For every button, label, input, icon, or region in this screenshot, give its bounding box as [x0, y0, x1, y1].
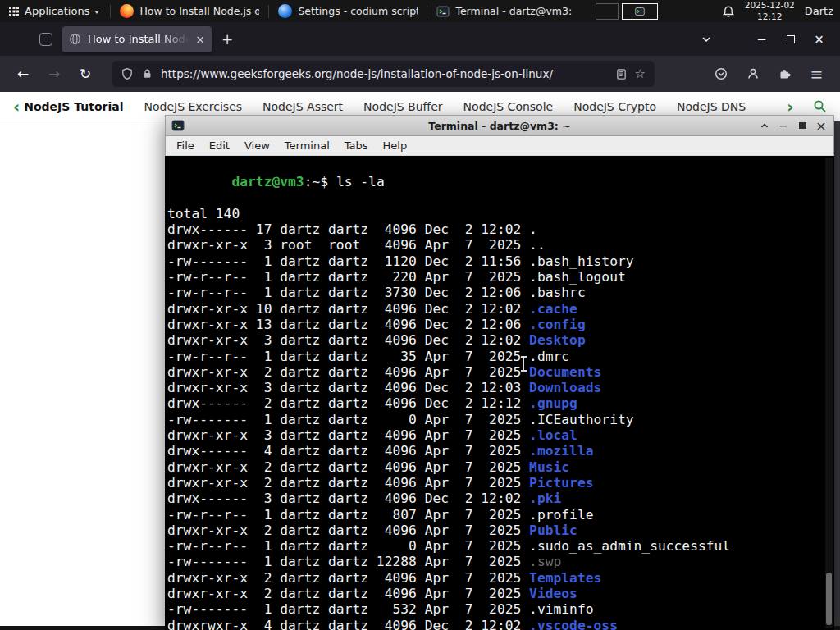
menu-view[interactable]: View	[237, 139, 277, 152]
maximize-window-button[interactable]	[794, 117, 810, 134]
chevron-right-icon[interactable]: ›	[787, 98, 793, 115]
back-button[interactable]: ←	[10, 61, 36, 87]
nav-link-crypto[interactable]: NodeJS Crypto	[573, 100, 656, 113]
terminal-output-line: drwx------ 4 dartz dartz 4096 Apr 7 2025…	[167, 443, 823, 459]
forward-button[interactable]: →	[41, 61, 67, 87]
close-window-button[interactable]: ×	[813, 117, 829, 134]
terminal-output-line: -rw-r--r-- 1 dartz dartz 35 Apr 7 2025 .…	[167, 349, 823, 364]
lock-icon[interactable]	[141, 68, 153, 80]
list-all-tabs-chevron-icon[interactable]	[695, 28, 718, 51]
menu-file[interactable]: File	[169, 139, 202, 152]
terminal-output-line: -rw------- 1 dartz dartz 12288 Apr 7 202…	[167, 554, 823, 569]
terminal-icon	[436, 5, 450, 18]
browser-tab-bar: How to Install Node.js on × + − ×	[0, 22, 840, 56]
terminal-window-icon	[171, 119, 185, 132]
settings-icon	[278, 4, 292, 18]
account-icon[interactable]	[739, 61, 766, 88]
firefox-view-icon[interactable]	[39, 33, 52, 46]
search-icon[interactable]	[813, 99, 827, 113]
prompt-user-host: dartz@vm3	[231, 174, 304, 189]
browser-tab[interactable]: How to Install Node.js on ×	[62, 26, 212, 52]
nav-link-dns[interactable]: NodeJS DNS	[677, 100, 746, 113]
nav-link-exercises[interactable]: NodeJS Exercises	[144, 100, 243, 113]
new-tab-button[interactable]: +	[215, 27, 240, 52]
maximize-icon	[787, 35, 795, 43]
terminal-titlebar[interactable]: Terminal - dartz@vm3: ~ − ×	[165, 115, 834, 136]
bookmark-star-icon[interactable]: ☆	[635, 68, 646, 80]
url-bar[interactable]: https://www.geeksforgeeks.org/node-js/in…	[112, 61, 655, 87]
terminal-output-line: drwxrwxr-x 4 dartz dartz 4096 Dec 2 12:0…	[167, 618, 823, 630]
tab-close-icon[interactable]: ×	[195, 34, 205, 45]
browser-toolbar: ← → ↻ https://www.geeksforgeeks.org/node…	[0, 56, 840, 92]
tabbar-controls: − ×	[695, 23, 833, 56]
terminal-output-line: drwxr-xr-x 2 dartz dartz 4096 Apr 7 2025…	[167, 364, 823, 380]
minimize-window-button[interactable]: −	[775, 117, 792, 134]
terminal-output-line: -rw-r--r-- 1 dartz dartz 3730 Dec 2 12:0…	[167, 285, 823, 300]
menu-tabs[interactable]: Tabs	[337, 139, 376, 152]
panel-clock[interactable]: 2025-12-02 12:12	[745, 0, 795, 21]
terminal-total-line: total 140	[167, 206, 823, 221]
nav-home-label: NodeJS Tutorial	[24, 100, 123, 113]
taskbar-item-codium[interactable]: Settings - codium script...	[272, 0, 424, 22]
nav-link-assert[interactable]: NodeJS Assert	[262, 100, 343, 113]
terminal-output-line: -rw------- 1 dartz dartz 0 Apr 7 2025 .I…	[167, 412, 823, 427]
top-panel: Applications How to Install Node.js o...…	[0, 0, 840, 22]
hamburger-menu-icon[interactable]: ≡	[803, 61, 830, 88]
task-title: Terminal - dartz@vm3: ~	[455, 5, 576, 17]
terminal-output-line: -rw-r--r-- 1 dartz dartz 0 Apr 7 2025 .s…	[167, 538, 823, 554]
nav-link-console[interactable]: NodeJS Console	[463, 100, 554, 113]
applications-menu-button[interactable]: Applications	[0, 0, 107, 22]
workspace-pager	[596, 3, 658, 20]
workspace-1[interactable]	[596, 3, 619, 20]
terminal-output-line: drwxr-xr-x 2 dartz dartz 4096 Apr 7 2025…	[167, 570, 823, 586]
terminal-output-line: drwxr-xr-x 2 dartz dartz 4096 Apr 7 2025…	[167, 459, 823, 475]
taskbar-item-terminal[interactable]: Terminal - dartz@vm3: ~	[430, 0, 582, 22]
extensions-puzzle-icon[interactable]	[771, 61, 798, 88]
applications-grid-icon	[8, 6, 20, 17]
terminal-output-line: drwxr-xr-x 10 dartz dartz 4096 Dec 2 12:…	[167, 301, 823, 317]
taskbar-item-firefox[interactable]: How to Install Node.js o...	[113, 0, 266, 22]
menu-edit[interactable]: Edit	[202, 139, 237, 152]
terminal-output-line: -rw-r--r-- 1 dartz dartz 807 Apr 7 2025 …	[167, 507, 823, 523]
terminal-scrollbar-thumb[interactable]	[826, 573, 832, 625]
terminal-output-line: drwx------ 3 dartz dartz 4096 Dec 2 12:0…	[167, 491, 823, 506]
terminal-scrollbar[interactable]	[825, 158, 833, 628]
terminal-prompt-line: dartz@vm3:~$ ls -la	[167, 158, 823, 206]
terminal-output-line: drwxr-xr-x 2 dartz dartz 4096 Apr 7 2025…	[167, 586, 823, 601]
file-listing: drwx------ 17 dartz dartz 4096 Dec 2 12:…	[167, 221, 823, 630]
applications-label: Applications	[25, 5, 89, 17]
terminal-menubar: File Edit View Terminal Tabs Help	[165, 136, 834, 156]
terminal-output-line: drwxr-xr-x 13 dartz dartz 4096 Dec 2 12:…	[167, 317, 823, 332]
maximize-icon	[799, 122, 806, 129]
window-close-button[interactable]: ×	[805, 23, 833, 56]
task-title: How to Install Node.js o...	[139, 5, 259, 17]
clock-time: 12:12	[757, 11, 782, 22]
workspace-2-active[interactable]	[622, 3, 658, 20]
terminal-window: Terminal - dartz@vm3: ~ − × File Edit Vi…	[165, 115, 834, 630]
chevron-left-icon: ‹	[13, 98, 20, 115]
window-maximize-button[interactable]	[776, 23, 805, 56]
url-text: https://www.geeksforgeeks.org/node-js/in…	[161, 67, 608, 80]
shade-window-button[interactable]	[756, 117, 773, 134]
clock-date: 2025-12-02	[745, 0, 795, 11]
terminal-title: Terminal - dartz@vm3: ~	[166, 120, 833, 132]
terminal-output-line: drwxr-xr-x 2 dartz dartz 4096 Apr 7 2025…	[167, 475, 823, 491]
terminal-output-line: drwxr-xr-x 3 dartz dartz 4096 Dec 2 12:0…	[167, 380, 823, 395]
menu-help[interactable]: Help	[376, 139, 415, 152]
typed-command: ls -la	[336, 174, 385, 189]
firefox-icon	[120, 4, 134, 18]
reload-button[interactable]: ↻	[72, 61, 98, 87]
page-scrollbar[interactable]	[834, 121, 840, 626]
nav-home-link[interactable]: ‹ NodeJS Tutorial	[13, 98, 124, 115]
task-title: Settings - codium script...	[298, 5, 418, 17]
nav-link-buffer[interactable]: NodeJS Buffer	[363, 100, 443, 113]
tracking-shield-icon[interactable]	[121, 67, 134, 80]
terminal-output-area[interactable]: dartz@vm3:~$ ls -la total 140 drwx------…	[165, 156, 834, 630]
notification-bell-icon[interactable]	[722, 5, 735, 18]
terminal-output-line: drwxr-xr-x 2 dartz dartz 4096 Apr 7 2025…	[167, 523, 823, 538]
menu-terminal[interactable]: Terminal	[277, 139, 337, 152]
pocket-icon[interactable]	[707, 61, 734, 88]
terminal-output-line: -rw------- 1 dartz dartz 1120 Dec 2 11:5…	[167, 253, 823, 269]
window-minimize-button[interactable]: −	[747, 23, 776, 56]
reader-mode-icon[interactable]	[615, 68, 628, 80]
